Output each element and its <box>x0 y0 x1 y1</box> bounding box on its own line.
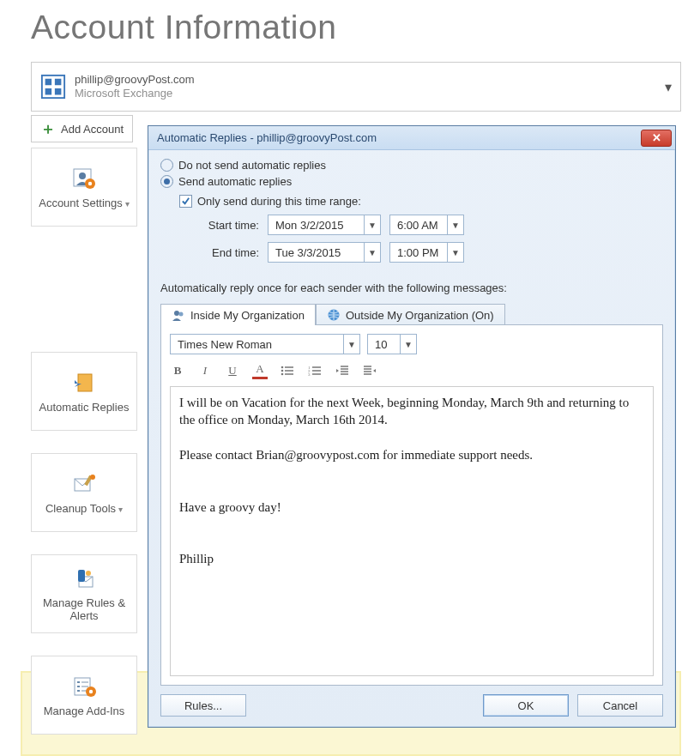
chevron-down-icon: ▼ <box>400 335 416 354</box>
svg-point-20 <box>281 372 284 375</box>
italic-button[interactable]: I <box>197 363 213 378</box>
font-value: Times New Roman <box>171 338 343 351</box>
ok-button[interactable]: OK <box>483 694 569 717</box>
svg-point-15 <box>174 311 179 316</box>
dialog-title: Automatic Replies - phillip@groovyPost.c… <box>157 131 641 144</box>
end-time-label: End time: <box>195 246 259 259</box>
svg-text:3: 3 <box>308 372 311 377</box>
checkbox-only-range[interactable]: Only send during this time range: <box>179 195 663 208</box>
svg-point-11 <box>86 571 91 576</box>
radio-send-label: Send automatic replies <box>178 175 292 188</box>
svg-point-18 <box>281 366 284 368</box>
svg-point-19 <box>281 369 284 372</box>
tab-inside-label: Inside My Organization <box>190 309 305 322</box>
close-icon: ✕ <box>652 132 661 143</box>
end-time-combo[interactable]: 1:00 PM ▼ <box>389 242 464 263</box>
tab-outside-label: Outside My Organization (On) <box>346 309 494 322</box>
checkbox-icon <box>179 195 192 208</box>
radio-icon <box>160 175 173 188</box>
add-account-button[interactable]: ＋ Add Account <box>31 115 133 142</box>
page-title: Account Information <box>31 9 681 46</box>
people-icon <box>172 308 185 322</box>
manage-addins-label: Manage Add-Ins <box>44 705 125 717</box>
radio-do-not-send[interactable]: Do not send automatic replies <box>160 159 663 172</box>
account-settings-icon <box>69 166 99 191</box>
end-date-value: Tue 3/3/2015 <box>269 246 364 259</box>
manage-rules-icon <box>69 565 99 591</box>
font-size-combo[interactable]: 10 ▼ <box>367 334 417 354</box>
cleanup-tools-tile[interactable]: Cleanup Tools▾ <box>31 453 137 532</box>
end-date-combo[interactable]: Tue 3/3/2015 ▼ <box>268 242 381 263</box>
chevron-down-icon: ▼ <box>447 243 463 262</box>
svg-point-8 <box>90 475 95 480</box>
add-account-label: Add Account <box>61 123 124 136</box>
account-settings-label: Account Settings▾ <box>39 197 130 209</box>
radio-do-not-send-label: Do not send automatic replies <box>178 159 326 172</box>
chevron-down-icon: ▼ <box>447 215 463 234</box>
outdent-button[interactable] <box>335 363 350 378</box>
font-color-button[interactable]: A <box>252 361 268 379</box>
account-settings-tile[interactable]: Account Settings▾ <box>31 148 137 227</box>
radio-icon <box>160 159 173 172</box>
font-size-value: 10 <box>368 338 400 351</box>
start-date-combo[interactable]: Mon 3/2/2015 ▼ <box>268 215 381 235</box>
automatic-replies-dialog: Automatic Replies - phillip@groovyPost.c… <box>148 125 676 728</box>
chevron-down-icon: ▾ <box>665 79 672 95</box>
indent-button[interactable] <box>362 363 377 378</box>
underline-button[interactable]: U <box>225 363 240 378</box>
checkbox-only-range-label: Only send during this time range: <box>197 195 361 208</box>
chevron-down-icon: ▼ <box>343 335 359 354</box>
svg-point-16 <box>179 312 184 317</box>
bullet-list-button[interactable] <box>280 363 295 378</box>
globe-icon <box>327 308 341 322</box>
svg-rect-5 <box>78 374 92 391</box>
chevron-down-icon: ▼ <box>364 215 380 234</box>
cancel-button[interactable]: Cancel <box>577 694 663 717</box>
manage-addins-icon <box>69 674 99 699</box>
cleanup-tools-icon <box>69 471 99 497</box>
plus-icon: ＋ <box>40 121 56 136</box>
svg-point-4 <box>88 181 92 184</box>
start-date-value: Mon 3/2/2015 <box>269 219 364 232</box>
manage-addins-tile[interactable]: Manage Add-Ins <box>31 656 137 735</box>
font-combo[interactable]: Times New Roman ▼ <box>170 334 360 354</box>
account-type: Microsoft Exchange <box>75 87 195 100</box>
svg-point-2 <box>79 172 86 179</box>
close-button[interactable]: ✕ <box>641 130 672 147</box>
message-textarea[interactable]: I will be on Vacation for the next Week,… <box>170 386 654 676</box>
svg-rect-10 <box>78 570 85 582</box>
bold-button[interactable]: B <box>170 363 185 378</box>
rules-button[interactable]: Rules... <box>160 694 246 717</box>
reply-once-label: Automatically reply once for each sender… <box>160 281 663 294</box>
automatic-replies-tile[interactable]: Automatic Replies <box>31 352 137 431</box>
chevron-down-icon: ▼ <box>364 243 380 262</box>
dialog-titlebar[interactable]: Automatic Replies - phillip@groovyPost.c… <box>148 126 675 150</box>
start-time-label: Start time: <box>195 219 259 232</box>
tab-inside-org[interactable]: Inside My Organization <box>160 304 316 325</box>
number-list-button[interactable]: 123 <box>307 363 323 378</box>
automatic-replies-icon <box>69 370 99 396</box>
tab-outside-org[interactable]: Outside My Organization (On) <box>316 304 505 325</box>
svg-point-14 <box>89 689 93 692</box>
automatic-replies-label: Automatic Replies <box>39 401 130 414</box>
radio-send[interactable]: Send automatic replies <box>160 175 663 188</box>
manage-rules-label: Manage Rules & Alerts <box>32 596 136 622</box>
cleanup-tools-label: Cleanup Tools▾ <box>45 502 123 515</box>
start-time-combo[interactable]: 6:00 AM ▼ <box>389 215 464 235</box>
end-time-value: 1:00 PM <box>390 246 447 259</box>
manage-rules-tile[interactable]: Manage Rules & Alerts <box>31 554 137 633</box>
exchange-icon <box>40 74 66 100</box>
account-email: phillip@groovyPost.com <box>75 73 195 87</box>
start-time-value: 6:00 AM <box>390 219 447 232</box>
account-dropdown[interactable]: phillip@groovyPost.com Microsoft Exchang… <box>31 62 681 112</box>
